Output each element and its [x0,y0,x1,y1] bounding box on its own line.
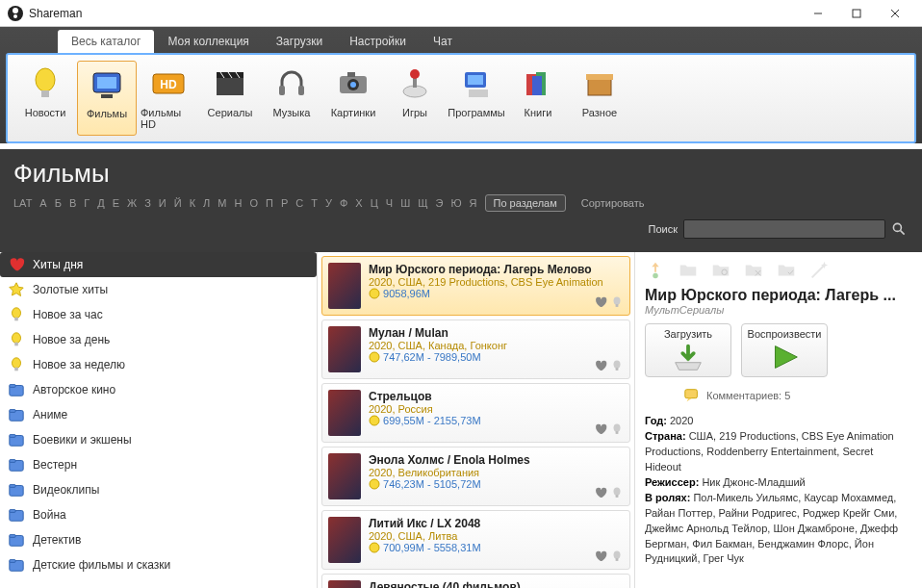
content-card[interactable]: Мир Юрского периода: Лагерь Мелово2020, … [321,256,630,316]
favorite-icon[interactable] [594,422,607,436]
alpha-letter[interactable]: К [190,197,195,209]
cam-icon [334,64,372,103]
thumbnail [328,326,361,372]
alpha-letter[interactable]: Р [281,197,288,209]
wand-icon[interactable] [808,260,830,281]
content-card[interactable]: Литий Икс / LX 20482020, США, Литва 700,… [321,510,630,570]
detail-action-icon[interactable] [645,260,666,281]
alpha-letter[interactable]: У [325,197,332,209]
toolbar-label: Сериалы [208,107,253,118]
alpha-letter[interactable]: Я [470,197,477,209]
folder-icon [8,506,25,524]
svg-rect-71 [616,558,619,561]
content-card[interactable]: Энола Холмс / Enola Holmes2020, Великобр… [321,447,630,506]
tab-0[interactable]: Весь каталог [58,30,154,53]
folder-remove-icon[interactable] [743,260,764,281]
close-button[interactable] [876,0,914,27]
sidebar-item-11[interactable]: Детектив [0,527,317,552]
alpha-letter[interactable]: Й [174,197,182,209]
toolbar-joy[interactable]: Игры [385,61,445,136]
download-button[interactable]: Загрузить [645,323,731,377]
folder-check-icon[interactable] [776,260,797,281]
toolbar-box[interactable]: Разное [570,61,629,136]
tab-4[interactable]: Чат [420,30,466,53]
content-list[interactable]: Мир Юрского периода: Лагерь Мелово2020, … [318,252,635,588]
sidebar-item-12[interactable]: Детские фильмы и сказки [0,552,317,577]
alpha-letter[interactable]: LAT [13,197,32,209]
favorite-icon[interactable] [594,486,607,499]
content-card[interactable]: Девяностые (40 фильмов)2016-2019, Россия… [321,574,630,588]
play-button[interactable]: Воспроизвести [741,323,828,377]
alpha-letter[interactable]: М [218,197,226,209]
alpha-letter[interactable]: Э [436,197,444,209]
alpha-letter[interactable]: Е [113,197,119,209]
svg-rect-31 [588,78,611,95]
alpha-letter[interactable]: Ж [127,197,137,209]
alpha-letter[interactable]: Д [97,197,104,209]
bulb-icon[interactable] [610,550,624,563]
alpha-letter[interactable]: И [159,197,166,209]
alpha-letter[interactable]: Х [355,197,362,209]
favorite-icon[interactable] [594,295,607,309]
alpha-letter[interactable]: Ч [386,197,393,209]
bulb-icon[interactable] [610,422,624,436]
alpha-letter[interactable]: Н [234,197,242,209]
alpha-letter[interactable]: С [295,197,303,209]
alpha-letter[interactable]: Щ [418,197,427,209]
sidebar-item-8[interactable]: Вестерн [0,452,317,477]
toolbar-pc[interactable]: Программы [447,61,506,136]
alpha-letter[interactable]: О [249,197,258,209]
alpha-letter[interactable]: Ш [400,197,410,209]
tab-3[interactable]: Настройки [336,30,420,53]
favorite-icon[interactable] [594,550,607,563]
section-button[interactable]: По разделам [485,194,566,212]
bulb-icon[interactable] [610,486,624,499]
sidebar-item-2[interactable]: Новое за час [0,302,317,327]
svg-rect-62 [616,368,619,371]
alpha-letter[interactable]: В [69,197,76,209]
toolbar-hd[interactable]: HDФильмы HD [139,61,198,136]
svg-rect-44 [10,410,15,413]
sidebar-item-10[interactable]: Война [0,502,317,527]
alpha-letter[interactable]: Г [84,197,90,209]
search-input[interactable] [683,219,885,239]
tab-2[interactable]: Загрузки [263,30,336,53]
toolbar-cam[interactable]: Картинки [323,61,383,136]
content-card[interactable]: Мулан / Mulan2020, США, Канада, Гонконг … [321,320,630,379]
alpha-letter[interactable]: Ф [340,197,347,209]
sidebar-item-5[interactable]: Авторское кино [0,377,317,402]
alpha-letter[interactable]: Ю [450,197,461,209]
toolbar-tv[interactable]: Фильмы [77,61,137,136]
favorite-icon[interactable] [594,359,607,372]
toolbar-clap[interactable]: Сериалы [200,61,260,136]
alpha-letter[interactable]: А [39,197,46,209]
alpha-letter[interactable]: З [144,197,151,209]
alpha-letter[interactable]: Ц [371,197,378,209]
alpha-letter[interactable]: П [266,197,273,209]
toolbar-book[interactable]: Книги [508,61,568,136]
sidebar-item-9[interactable]: Видеоклипы [0,477,317,502]
alpha-letter[interactable]: Л [203,197,210,209]
folder-open-icon[interactable] [678,260,699,281]
sort-label[interactable]: Сортировать [581,197,645,209]
sidebar-item-3[interactable]: Новое за день [0,327,317,352]
search-icon[interactable] [889,219,909,239]
alpha-letter[interactable]: Б [55,197,62,209]
comments-row[interactable]: Комментариев: 5 [683,387,912,404]
sidebar-item-0[interactable]: Хиты дня [0,252,317,277]
minimize-button[interactable] [799,0,837,27]
sidebar-item-1[interactable]: Золотые хиты [0,277,317,302]
sidebar-item-4[interactable]: Новое за неделю [0,352,317,377]
content-card[interactable]: Стрельцов2020, Россия 699,55M - 2155,73M [321,383,630,443]
bulb-icon[interactable] [610,295,624,309]
sidebar: Хиты дняЗолотые хитыНовое за часНовое за… [0,252,318,588]
toolbar-head[interactable]: Музыка [262,61,321,136]
folder-search-icon[interactable] [710,260,731,281]
maximize-button[interactable] [837,0,876,27]
tab-1[interactable]: Моя коллекция [154,30,262,53]
toolbar-bulb[interactable]: Новости [15,61,75,136]
sidebar-item-7[interactable]: Боевики и экшены [0,427,317,452]
alpha-letter[interactable]: Т [311,197,318,209]
bulb-icon[interactable] [610,359,624,372]
sidebar-item-6[interactable]: Аниме [0,402,317,427]
